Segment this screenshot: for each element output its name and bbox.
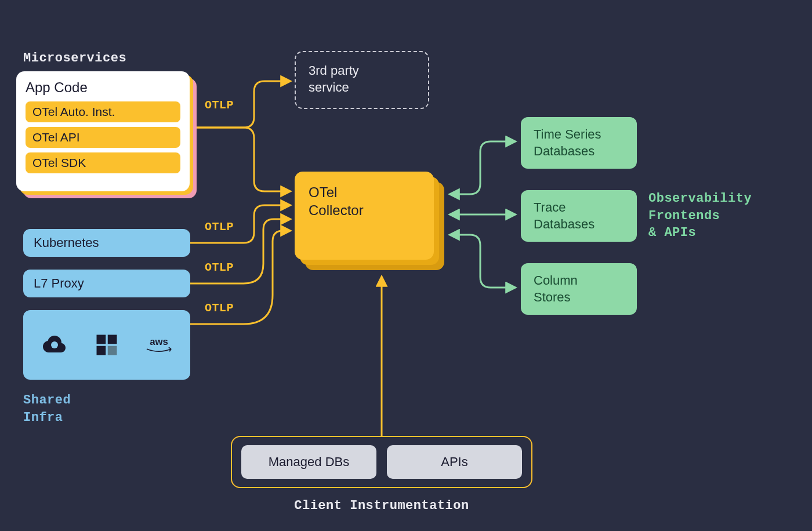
otel-collector-box: OTelCollector — [295, 172, 434, 260]
pill-otel-auto-inst: OTel Auto. Inst. — [26, 101, 180, 122]
infra-kubernetes: Kubernetes — [23, 229, 190, 257]
observability-section-label: ObservabilityFrontends& APIs — [648, 190, 752, 242]
aws-icon: aws — [143, 329, 175, 361]
otlp-label-l7-proxy: OTLP — [205, 261, 234, 274]
svg-text:aws: aws — [150, 336, 168, 347]
timeseries-db-box: Time SeriesDatabases — [521, 117, 637, 169]
otlp-label-microservices: OTLP — [205, 99, 234, 112]
apis-box: APIs — [387, 445, 522, 479]
otel-collector-stack: OTelCollector — [295, 172, 444, 271]
svg-rect-1 — [97, 335, 106, 344]
otlp-label-kubernetes: OTLP — [205, 220, 234, 234]
gcp-icon — [38, 329, 71, 361]
infra-l7-proxy: L7 Proxy — [23, 270, 190, 297]
app-code-card: App Code OTel Auto. Inst. OTel API OTel … — [16, 71, 190, 191]
third-party-service-box: 3rd partyservice — [295, 51, 429, 109]
managed-dbs-box: Managed DBs — [241, 445, 376, 479]
client-instrumentation-label: Client Instrumentation — [231, 499, 532, 513]
svg-rect-3 — [97, 346, 106, 355]
column-store-box: ColumnStores — [521, 263, 637, 315]
azure-icon — [90, 329, 123, 361]
shared-infra-section-label: SharedInfra — [23, 392, 71, 426]
app-code-title: App Code — [26, 79, 180, 96]
client-instrumentation-group: Managed DBs APIs — [231, 436, 532, 488]
infra-cloud-providers: aws — [23, 310, 190, 380]
svg-rect-4 — [108, 346, 117, 355]
svg-rect-2 — [108, 335, 117, 344]
trace-db-box: TraceDatabases — [521, 190, 637, 242]
otlp-label-cloud: OTLP — [205, 301, 234, 315]
pill-otel-sdk: OTel SDK — [26, 152, 180, 173]
microservices-section-label: Microservices — [23, 51, 126, 66]
svg-point-0 — [51, 341, 58, 348]
pill-otel-api: OTel API — [26, 127, 180, 148]
microservices-card-stack: App Code OTel Auto. Inst. OTel API OTel … — [16, 71, 194, 196]
